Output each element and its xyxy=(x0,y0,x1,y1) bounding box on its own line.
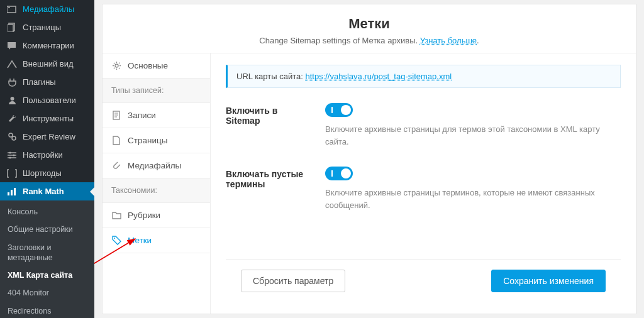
field-include-empty-terms: Включать пустые термины Включите архивны… xyxy=(226,167,621,211)
svg-point-5 xyxy=(12,136,16,140)
sidebar-item-label: Страницы xyxy=(23,23,61,32)
tab-media[interactable]: Медиафайлы xyxy=(103,153,210,178)
tab-tags[interactable]: Метки xyxy=(103,228,210,253)
settings-tabs: Основные Типы записей: Записи Страницы М… xyxy=(103,53,211,314)
tab-label: Записи xyxy=(128,111,156,120)
sitemap-url-notice: URL карты сайта: https://vahslava.ru/pos… xyxy=(226,65,621,88)
tab-label: Медиафайлы xyxy=(128,161,181,170)
sidebar-item-pages[interactable]: Страницы xyxy=(0,18,94,36)
media-icon xyxy=(6,5,18,14)
svg-point-8 xyxy=(9,156,11,158)
sidebar-item-label: Комментарии xyxy=(23,41,74,50)
tab-categories[interactable]: Рубрики xyxy=(103,203,210,228)
tab-posts[interactable]: Записи xyxy=(103,103,210,128)
svg-rect-10 xyxy=(11,190,13,195)
sidebar-item-settings[interactable]: Настройки xyxy=(0,146,94,164)
tab-group-post-types: Типы записей: xyxy=(103,79,210,103)
panel-footer: Сбросить параметр Сохранить изменения xyxy=(226,259,621,302)
tab-content: URL карты сайта: https://vahslava.ru/pos… xyxy=(211,53,636,314)
settings-panel: Метки Change Sitemap settings of Метка а… xyxy=(102,4,636,314)
tools-icon xyxy=(6,114,18,123)
sidebar-item-users[interactable]: Пользователи xyxy=(0,91,94,109)
shortcodes-icon xyxy=(6,169,18,178)
sidebar-item-label: Настройки xyxy=(23,150,63,160)
page-subtitle: Change Sitemap settings of Метка архивы.… xyxy=(109,36,630,45)
sidebar-item-label: Rank Math xyxy=(23,187,64,196)
main-content: Метки Change Sitemap settings of Метка а… xyxy=(94,0,644,318)
sidebar-item-rank-math[interactable]: Rank Math xyxy=(0,182,94,200)
svg-point-4 xyxy=(9,133,13,137)
tab-label: Метки xyxy=(128,236,152,245)
svg-point-3 xyxy=(10,97,14,101)
panel-header: Метки Change Sitemap settings of Метка а… xyxy=(103,4,636,53)
include-sitemap-toggle[interactable] xyxy=(325,103,353,117)
submenu-redirections[interactable]: Redirections xyxy=(0,302,94,319)
submenu-404-monitor[interactable]: 404 Monitor xyxy=(0,284,94,302)
page-icon xyxy=(111,136,121,145)
tab-group-taxonomies: Таксономии: xyxy=(103,178,210,203)
svg-rect-9 xyxy=(8,192,9,195)
submenu-xml-sitemap[interactable]: XML Карта сайта xyxy=(0,266,94,284)
sidebar-item-expert-review[interactable]: Expert Review xyxy=(0,128,94,146)
svg-point-12 xyxy=(115,64,118,67)
page-title: Метки xyxy=(109,16,630,32)
comments-icon xyxy=(6,41,18,50)
tab-general[interactable]: Основные xyxy=(103,53,210,79)
clip-icon xyxy=(111,161,121,170)
sidebar-item-shortcodes[interactable]: Шорткоды xyxy=(0,164,94,182)
users-icon xyxy=(6,96,18,105)
reset-button[interactable]: Сбросить параметр xyxy=(241,270,345,292)
submenu-general-settings[interactable]: Общие настройки xyxy=(0,221,94,238)
learn-more-link[interactable]: Узнать больше xyxy=(420,36,477,45)
field-include-sitemap: Включить в Sitemap Включите архивные стр… xyxy=(226,103,621,148)
svg-point-14 xyxy=(114,238,115,239)
tab-label: Страницы xyxy=(128,136,167,145)
pages-icon xyxy=(6,23,18,32)
sidebar-item-comments[interactable]: Комментарии xyxy=(0,36,94,55)
field-label: Включить в Sitemap xyxy=(226,103,314,148)
sidebar-item-label: Инструменты xyxy=(23,114,74,123)
sidebar-item-label: Expert Review xyxy=(23,132,75,141)
sidebar-item-appearance[interactable]: Внешний вид xyxy=(0,55,94,73)
wp-admin-sidebar: Медиафайлы Страницы Комментарии Внешний … xyxy=(0,0,94,318)
tab-label: Основные xyxy=(128,61,168,70)
submenu-console[interactable]: Консоль xyxy=(0,203,94,221)
plugins-icon xyxy=(6,77,18,87)
review-icon xyxy=(6,132,18,141)
gear-icon xyxy=(111,61,121,70)
sidebar-item-media[interactable]: Медиафайлы xyxy=(0,0,94,18)
svg-rect-2 xyxy=(8,25,13,32)
field-description: Включите архивные страницы терминов, кот… xyxy=(325,187,621,211)
field-label: Включать пустые термины xyxy=(226,167,314,211)
settings-icon xyxy=(6,151,18,160)
field-description: Включите архивные страницы для термов эт… xyxy=(325,123,621,148)
folder-icon xyxy=(111,211,121,219)
svg-point-6 xyxy=(9,151,11,153)
rank-math-submenu: Консоль Общие настройки Заголовки и мета… xyxy=(0,200,94,318)
tag-icon xyxy=(111,236,121,245)
sitemap-url-link[interactable]: https://vahslava.ru/post_tag-sitemap.xml xyxy=(305,72,452,81)
sidebar-item-label: Внешний вид xyxy=(23,59,74,69)
doc-icon xyxy=(111,111,121,120)
svg-point-7 xyxy=(13,154,15,156)
tab-label: Рубрики xyxy=(128,211,160,220)
save-button[interactable]: Сохранить изменения xyxy=(491,270,606,292)
appearance-icon xyxy=(6,60,18,69)
sidebar-item-plugins[interactable]: Плагины xyxy=(0,73,94,91)
submenu-titles[interactable]: Заголовки и метаданные xyxy=(0,239,94,267)
sidebar-item-tools[interactable]: Инструменты xyxy=(0,109,94,128)
sidebar-item-label: Пользователи xyxy=(23,96,76,105)
sidebar-item-label: Шорткоды xyxy=(23,168,62,178)
rankmath-icon xyxy=(6,187,18,196)
svg-rect-11 xyxy=(14,188,16,195)
sidebar-item-label: Медиафайлы xyxy=(23,4,74,14)
tab-pages[interactable]: Страницы xyxy=(103,128,210,153)
sidebar-item-label: Плагины xyxy=(23,77,56,87)
include-empty-terms-toggle[interactable] xyxy=(325,167,353,180)
